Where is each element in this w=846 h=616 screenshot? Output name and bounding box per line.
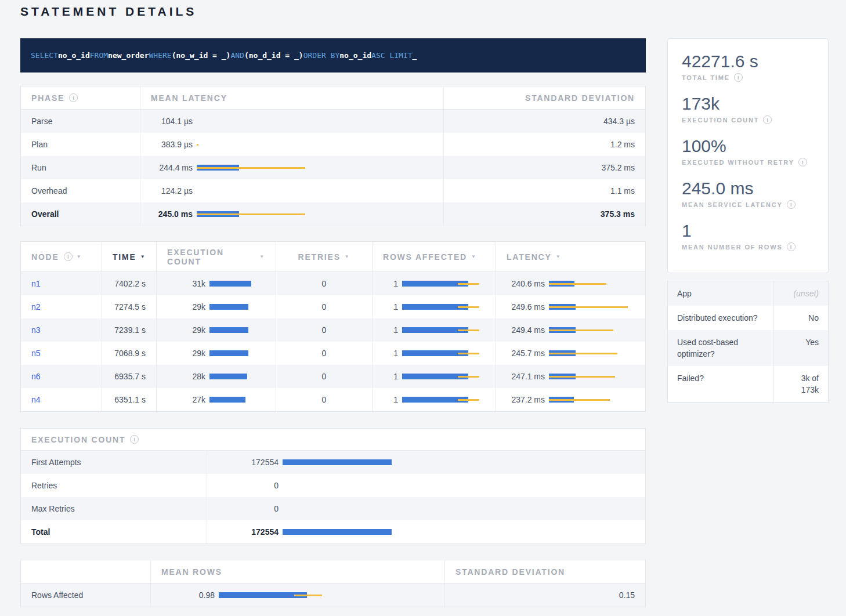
mean-bar <box>209 281 251 287</box>
mean-bar <box>283 459 392 465</box>
attribute-label: Failed? <box>668 366 773 402</box>
phase-table-row: Overhead124.2 µs1.1 ms <box>21 179 645 202</box>
node-table-row: n57068.9 s29k01245.7 ms <box>21 342 645 365</box>
info-icon[interactable]: i <box>64 252 73 261</box>
retries-column-header[interactable]: Retries ▼ <box>276 242 372 271</box>
mean-latency-cell: 245.0 ms <box>140 202 443 226</box>
node-column-header[interactable]: Node i ▼ <box>21 242 102 271</box>
stat-label-text: Mean Service Latency <box>682 201 783 208</box>
time-header-label: Time <box>113 252 136 262</box>
mean-sd-bar-chart <box>197 211 433 217</box>
node-table-body: n17402.2 s31k01240.6 msn27274.5 s29k0124… <box>21 272 645 411</box>
info-icon[interactable]: i <box>787 200 796 209</box>
info-icon[interactable]: i <box>734 73 743 82</box>
execution-count-row-label: Total <box>21 520 207 543</box>
stddev-line <box>458 399 479 401</box>
sort-arrow-icon: ▼ <box>140 254 146 259</box>
node-link[interactable]: n3 <box>31 325 41 335</box>
rows-affected-header-label: Rows Affected <box>383 252 467 262</box>
stat-value: 42271.6 s <box>682 52 814 71</box>
mean-sd-bar-chart <box>197 142 433 147</box>
execution-count-row-label: First Attempts <box>21 451 207 474</box>
sort-arrow-icon: ▼ <box>556 254 562 259</box>
stddev-line <box>549 306 628 308</box>
retries-header-label: Retries <box>298 252 341 262</box>
node-link[interactable]: n2 <box>31 302 41 311</box>
info-icon[interactable]: i <box>763 115 772 124</box>
empty-header-cell <box>21 560 150 583</box>
latency-cell: 237.2 ms <box>496 388 645 411</box>
attribute-value: (unset) <box>773 281 828 306</box>
mean-sd-bar-chart <box>549 281 635 287</box>
mean-latency-cell: 124.2 µs <box>140 179 443 202</box>
node-link[interactable]: n1 <box>31 279 41 288</box>
mean-bar <box>209 327 248 333</box>
execution-count-cell: 27k <box>156 388 276 411</box>
mean-sd-bar-chart <box>402 350 485 356</box>
execution-count-cell: 29k <box>156 342 276 365</box>
sort-arrow-icon: ▼ <box>77 254 82 259</box>
node-link[interactable]: n4 <box>31 395 41 404</box>
latency-value: 237.2 ms <box>507 395 545 404</box>
attribute-value: 3k of 173k <box>773 366 828 402</box>
mean-sd-bar-chart <box>197 188 433 194</box>
sql-identifier: new_order <box>108 51 149 60</box>
mean-sd-bar-chart <box>549 397 635 403</box>
latency-column-header[interactable]: Latency ▼ <box>496 242 645 271</box>
execution-count-row-label: Max Retries <box>21 497 207 520</box>
mean-rows-column-header: Mean Rows <box>150 560 444 583</box>
stddev-line <box>549 283 606 285</box>
standard-deviation-value: 1.1 ms <box>443 179 645 202</box>
stat-value: 245.0 ms <box>682 179 814 198</box>
stddev-line <box>458 376 479 378</box>
mean-sd-bar-chart <box>209 327 265 333</box>
mean-sd-bar-chart <box>402 304 485 310</box>
node-table-row: n17402.2 s31k01240.6 ms <box>21 272 645 295</box>
info-icon[interactable]: i <box>798 158 807 166</box>
time-value: 7239.1 s <box>102 318 156 342</box>
time-value: 7068.9 s <box>102 342 156 365</box>
time-column-header[interactable]: Time ▼ <box>102 242 156 271</box>
execution-count-title: Execution Count i <box>21 429 645 450</box>
execution-count-row: Retries0 <box>21 474 645 497</box>
rows-affected-cell: 1 <box>372 272 496 295</box>
main-column: STATEMENT DETAILS SELECT no_o_id FROM ne… <box>20 5 646 607</box>
execution-count-column-header[interactable]: Execution Count ▼ <box>156 242 276 271</box>
per-node-stats-table: Node i ▼ Time ▼ Execution Count ▼ Retrie… <box>20 241 646 412</box>
mean-sd-bar-chart <box>209 304 265 310</box>
execution-count-table: Execution Count i First Attempts172554Re… <box>20 428 646 544</box>
rows-affected-value: 1 <box>383 279 398 288</box>
mean-bar <box>209 304 248 310</box>
retries-value: 0 <box>276 318 372 342</box>
execution-count-cell: 31k <box>156 272 276 295</box>
attribute-value: No <box>773 306 828 330</box>
time-value: 7274.5 s <box>102 295 156 318</box>
mean-sd-bar-chart <box>549 374 635 379</box>
sort-arrow-icon: ▼ <box>471 254 477 259</box>
mean-sd-bar-chart <box>402 374 485 379</box>
info-icon[interactable]: i <box>787 242 796 251</box>
mean-latency-value: 245.0 ms <box>151 209 193 219</box>
node-link[interactable]: n6 <box>31 372 41 381</box>
execution-count-cell: 29k <box>156 318 276 342</box>
attribute-label: App <box>668 281 773 306</box>
phase-table-row: Overall245.0 ms375.3 ms <box>21 202 645 226</box>
sql-keyword: ORDER BY <box>303 51 340 60</box>
info-icon[interactable]: i <box>130 435 139 444</box>
stat-label: Total Timei <box>682 73 814 82</box>
node-cell: n5 <box>21 342 102 365</box>
mean-latency-cell: 383.9 µs <box>140 133 443 156</box>
retries-value: 0 <box>276 295 372 318</box>
phase-latency-table: Phase i Mean Latency Standard Deviation … <box>20 86 646 226</box>
node-link[interactable]: n5 <box>31 349 41 358</box>
rows-affected-column-header[interactable]: Rows Affected ▼ <box>372 242 496 271</box>
rows-affected-cell: 1 <box>372 318 496 342</box>
mean-sd-bar-chart <box>197 165 433 171</box>
summary-stat: 1Mean Number of Rowsi <box>682 221 814 251</box>
info-icon[interactable]: i <box>69 93 78 102</box>
mean-sd-bar-chart <box>549 350 635 356</box>
rows-standard-deviation-value: 0.15 <box>444 584 645 607</box>
summary-sidebar: 42271.6 sTotal Timei173kExecution Counti… <box>667 38 829 403</box>
execution-count-row-value: 172554 <box>218 527 279 537</box>
stddev-line <box>549 399 610 401</box>
